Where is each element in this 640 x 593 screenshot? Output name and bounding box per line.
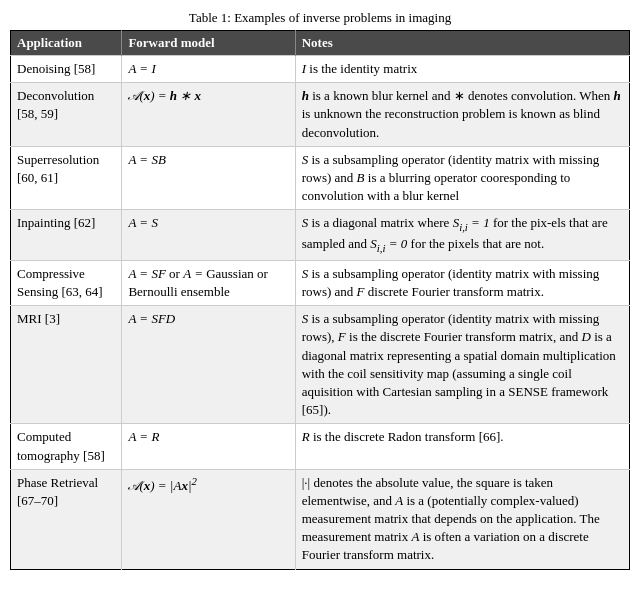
header-forward-model: Forward model xyxy=(122,31,295,56)
cell-notes: |·| denotes the absolute value, the squa… xyxy=(295,469,629,569)
cell-application: Denoising [58] xyxy=(11,56,122,83)
cell-application: Inpainting [62] xyxy=(11,210,122,261)
main-table: Application Forward model Notes Denoisin… xyxy=(10,30,630,570)
table-row: Phase Retrieval [67–70]𝒜(x) = |Ax|2|·| d… xyxy=(11,469,630,569)
cell-notes: S is a diagonal matrix where Si,i = 1 fo… xyxy=(295,210,629,261)
header-notes: Notes xyxy=(295,31,629,56)
cell-application: Compressive Sensing [63, 64] xyxy=(11,260,122,305)
table-row: Deconvolution [58, 59]𝒜(x) = h ∗ xh is a… xyxy=(11,83,630,147)
table-row: Computed tomography [58]A = RR is the di… xyxy=(11,424,630,469)
cell-forward-model: A = I xyxy=(122,56,295,83)
cell-forward-model: A = SFD xyxy=(122,306,295,424)
cell-forward-model: A = SF or A = Gaussian or Bernoulli ense… xyxy=(122,260,295,305)
table-header-row: Application Forward model Notes xyxy=(11,31,630,56)
cell-application: Phase Retrieval [67–70] xyxy=(11,469,122,569)
cell-notes: h is a known blur kernel and ∗ denotes c… xyxy=(295,83,629,147)
cell-application: MRI [3] xyxy=(11,306,122,424)
cell-notes: R is the discrete Radon transform [66]. xyxy=(295,424,629,469)
cell-notes: S is a subsampling operator (identity ma… xyxy=(295,306,629,424)
cell-application: Computed tomography [58] xyxy=(11,424,122,469)
table-row: Superresolution [60, 61]A = SBS is a sub… xyxy=(11,146,630,210)
header-application: Application xyxy=(11,31,122,56)
cell-notes: S is a subsampling operator (identity ma… xyxy=(295,146,629,210)
table-row: MRI [3]A = SFDS is a subsampling operato… xyxy=(11,306,630,424)
cell-application: Superresolution [60, 61] xyxy=(11,146,122,210)
table-row: Compressive Sensing [63, 64]A = SF or A … xyxy=(11,260,630,305)
cell-forward-model: 𝒜(x) = h ∗ x xyxy=(122,83,295,147)
cell-notes: I is the identity matrix xyxy=(295,56,629,83)
table-row: Denoising [58]A = II is the identity mat… xyxy=(11,56,630,83)
table-row: Inpainting [62]A = SS is a diagonal matr… xyxy=(11,210,630,261)
cell-notes: S is a subsampling operator (identity ma… xyxy=(295,260,629,305)
cell-forward-model: 𝒜(x) = |Ax|2 xyxy=(122,469,295,569)
cell-forward-model: A = SB xyxy=(122,146,295,210)
table-caption: Table 1: Examples of inverse problems in… xyxy=(10,10,630,26)
cell-forward-model: A = S xyxy=(122,210,295,261)
cell-application: Deconvolution [58, 59] xyxy=(11,83,122,147)
cell-forward-model: A = R xyxy=(122,424,295,469)
